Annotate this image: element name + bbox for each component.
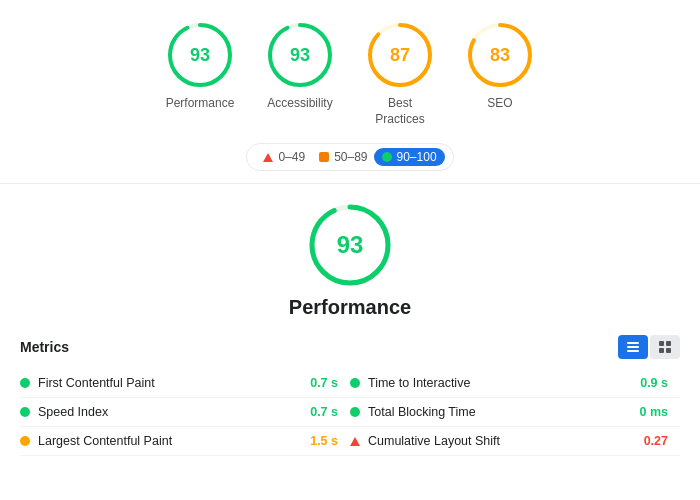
view-toggle <box>618 335 680 359</box>
score-performance: 93 Performance <box>165 20 235 112</box>
performance-label: Performance <box>166 96 235 112</box>
scores-row: 93 Performance 93 Accessibility <box>165 20 535 127</box>
perf-main-label: Performance <box>289 296 411 319</box>
tti-name: Time to Interactive <box>368 376 632 390</box>
lcp-value: 1.5 s <box>310 434 350 448</box>
legend: 0–49 50–89 90–100 <box>246 143 453 171</box>
fail-icon <box>263 153 273 162</box>
list-view-button[interactable] <box>618 335 648 359</box>
svg-rect-10 <box>627 342 639 344</box>
lcp-name: Largest Contentful Paint <box>38 434 302 448</box>
metric-tbt: Total Blocking Time 0 ms <box>350 398 680 427</box>
svg-rect-14 <box>666 341 671 346</box>
best-practices-value: 87 <box>390 45 410 66</box>
tti-value: 0.9 s <box>640 376 680 390</box>
fcp-value: 0.7 s <box>310 376 350 390</box>
perf-score-center: 93 Performance <box>20 200 680 319</box>
grid-view-button[interactable] <box>650 335 680 359</box>
speed-index-dot <box>20 407 30 417</box>
metrics-header: Metrics <box>20 335 680 359</box>
tbt-dot <box>350 407 360 417</box>
metrics-right-col: Time to Interactive 0.9 s Total Blocking… <box>350 369 680 456</box>
tbt-value: 0 ms <box>640 405 681 419</box>
svg-rect-11 <box>627 346 639 348</box>
average-icon <box>319 152 329 162</box>
bottom-section: 93 Performance Metrics <box>0 184 700 472</box>
lcp-dot <box>20 436 30 446</box>
speed-index-value: 0.7 s <box>310 405 350 419</box>
speed-index-name: Speed Index <box>38 405 302 419</box>
accessibility-value: 93 <box>290 45 310 66</box>
performance-ring: 93 <box>165 20 235 90</box>
legend-average-label: 50–89 <box>334 150 367 164</box>
metrics-grid: First Contentful Paint 0.7 s Speed Index… <box>20 369 680 456</box>
metrics-left-col: First Contentful Paint 0.7 s Speed Index… <box>20 369 350 456</box>
metric-fcp: First Contentful Paint 0.7 s <box>20 369 350 398</box>
fcp-dot <box>20 378 30 388</box>
pass-icon <box>382 152 392 162</box>
best-practices-label: BestPractices <box>375 96 424 127</box>
score-best-practices: 87 BestPractices <box>365 20 435 127</box>
metric-lcp: Largest Contentful Paint 1.5 s <box>20 427 350 456</box>
performance-value: 93 <box>190 45 210 66</box>
legend-item-average: 50–89 <box>319 150 367 164</box>
metric-cls: Cumulative Layout Shift 0.27 <box>350 427 680 456</box>
perf-main-value: 93 <box>337 231 364 259</box>
tbt-name: Total Blocking Time <box>368 405 632 419</box>
accessibility-ring: 93 <box>265 20 335 90</box>
seo-ring: 83 <box>465 20 535 90</box>
tti-dot <box>350 378 360 388</box>
score-accessibility: 93 Accessibility <box>265 20 335 112</box>
legend-fail-label: 0–49 <box>278 150 305 164</box>
metric-tti: Time to Interactive 0.9 s <box>350 369 680 398</box>
cls-triangle <box>350 437 360 446</box>
best-practices-ring: 87 <box>365 20 435 90</box>
cls-value: 0.27 <box>644 434 680 448</box>
score-seo: 83 SEO <box>465 20 535 112</box>
fcp-name: First Contentful Paint <box>38 376 302 390</box>
legend-item-pass[interactable]: 90–100 <box>374 148 445 166</box>
metric-speed-index: Speed Index 0.7 s <box>20 398 350 427</box>
accessibility-label: Accessibility <box>267 96 332 112</box>
legend-pass-label: 90–100 <box>397 150 437 164</box>
top-section: 93 Performance 93 Accessibility <box>0 0 700 184</box>
legend-item-fail: 0–49 <box>263 150 305 164</box>
svg-rect-13 <box>659 341 664 346</box>
perf-main-ring: 93 <box>305 200 395 290</box>
svg-rect-15 <box>659 348 664 353</box>
seo-value: 83 <box>490 45 510 66</box>
cls-name: Cumulative Layout Shift <box>368 434 636 448</box>
svg-rect-12 <box>627 350 639 352</box>
svg-rect-16 <box>666 348 671 353</box>
metrics-title: Metrics <box>20 339 69 355</box>
seo-label: SEO <box>487 96 512 112</box>
